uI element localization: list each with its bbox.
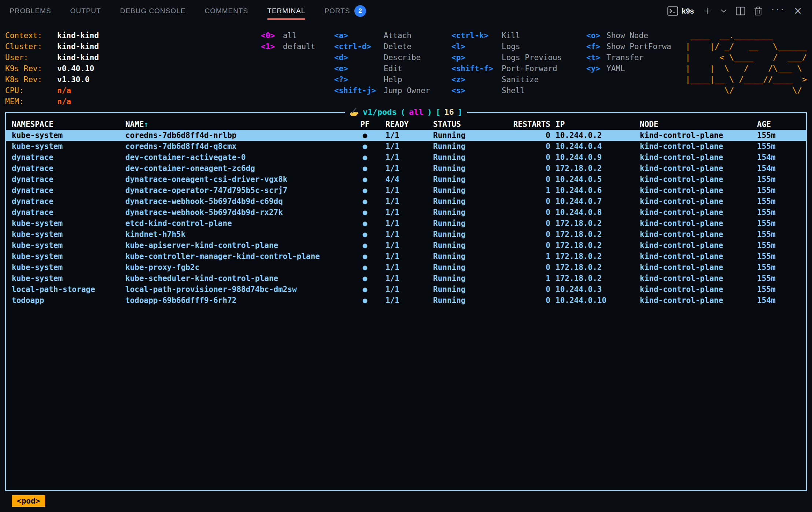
pod-cell-restarts[interactable]: 0: [501, 174, 556, 185]
pod-cell-ready[interactable]: 4/4: [376, 174, 424, 185]
pod-cell-restarts[interactable]: 0: [501, 240, 556, 251]
pod-cell-status[interactable]: Running: [424, 163, 501, 174]
pod-cell-ready[interactable]: 1/1: [376, 273, 424, 284]
pod-cell-namespace[interactable]: kube-system: [6, 251, 119, 262]
pod-cell-age[interactable]: 155m: [757, 240, 806, 251]
pod-cell-age[interactable]: 154m: [757, 163, 806, 174]
launch-profile-chevron-icon[interactable]: [720, 9, 727, 13]
pod-cell-namespace[interactable]: dynatrace: [6, 152, 119, 163]
pod-cell-pf[interactable]: ●: [354, 185, 376, 196]
pod-cell-status[interactable]: Running: [424, 262, 501, 273]
pod-cell-ip[interactable]: 10.244.0.8: [556, 207, 640, 218]
pod-cell-name[interactable]: dynatrace-operator-747d795b5c-scrj7: [119, 185, 354, 196]
tab-problems[interactable]: PROBLEMS: [10, 0, 51, 22]
pod-cell-namespace[interactable]: todoapp: [6, 295, 119, 306]
pod-cell-status[interactable]: Running: [424, 130, 501, 141]
pod-cell-pf[interactable]: ●: [354, 284, 376, 295]
pod-cell-age[interactable]: 155m: [757, 251, 806, 262]
pod-cell-namespace[interactable]: kube-system: [6, 218, 119, 229]
pod-cell-node[interactable]: kind-control-plane: [640, 141, 757, 152]
pod-cell-name[interactable]: local-path-provisioner-988d74bc-dm2sw: [119, 284, 354, 295]
pod-cell-node[interactable]: kind-control-plane: [640, 240, 757, 251]
pod-cell-ready[interactable]: 1/1: [376, 240, 424, 251]
pod-cell-status[interactable]: Running: [424, 207, 501, 218]
pod-cell-pf[interactable]: ●: [354, 163, 376, 174]
pod-cell-ip[interactable]: 172.18.0.2: [556, 229, 640, 240]
pod-cell-ready[interactable]: 1/1: [376, 262, 424, 273]
pod-cell-restarts[interactable]: 0: [501, 284, 556, 295]
pod-cell-pf[interactable]: ●: [354, 207, 376, 218]
pod-cell-ready[interactable]: 1/1: [376, 196, 424, 207]
pod-cell-ready[interactable]: 1/1: [376, 163, 424, 174]
pod-cell-ip[interactable]: 172.18.0.2: [556, 251, 640, 262]
more-actions-icon[interactable]: ···: [771, 7, 785, 15]
pod-cell-node[interactable]: kind-control-plane: [640, 262, 757, 273]
pod-cell-node[interactable]: kind-control-plane: [640, 152, 757, 163]
pod-cell-pf[interactable]: ●: [354, 141, 376, 152]
pod-cell-status[interactable]: Running: [424, 174, 501, 185]
pod-cell-age[interactable]: 155m: [757, 141, 806, 152]
pod-cell-pf[interactable]: ●: [354, 229, 376, 240]
pod-cell-age[interactable]: 154m: [757, 152, 806, 163]
pod-cell-status[interactable]: Running: [424, 229, 501, 240]
pod-cell-namespace[interactable]: local-path-storage: [6, 284, 119, 295]
pod-cell-pf[interactable]: ●: [354, 152, 376, 163]
pod-cell-namespace[interactable]: kube-system: [6, 141, 119, 152]
pod-cell-ip[interactable]: 10.244.0.9: [556, 152, 640, 163]
pod-cell-name[interactable]: kube-apiserver-kind-control-plane: [119, 240, 354, 251]
pod-cell-ip[interactable]: 10.244.0.7: [556, 196, 640, 207]
pod-cell-pf[interactable]: ●: [354, 196, 376, 207]
close-panel-icon[interactable]: ×: [794, 7, 802, 15]
pod-cell-node[interactable]: kind-control-plane: [640, 284, 757, 295]
pod-cell-namespace[interactable]: kube-system: [6, 240, 119, 251]
pod-cell-name[interactable]: todoapp-69b66dfff9-6rh72: [119, 295, 354, 306]
pod-cell-name[interactable]: dev-container-oneagent-zc6dg: [119, 163, 354, 174]
pod-cell-namespace[interactable]: dynatrace: [6, 185, 119, 196]
pod-cell-ip[interactable]: 172.18.0.2: [556, 240, 640, 251]
pod-cell-age[interactable]: 155m: [757, 262, 806, 273]
pod-cell-pf[interactable]: ●: [354, 295, 376, 306]
tab-ports[interactable]: PORTS2: [324, 0, 366, 22]
pod-cell-node[interactable]: kind-control-plane: [640, 163, 757, 174]
pod-cell-namespace[interactable]: dynatrace: [6, 207, 119, 218]
pod-cell-name[interactable]: kube-controller-manager-kind-control-pla…: [119, 251, 354, 262]
pod-cell-restarts[interactable]: 0: [501, 196, 556, 207]
pod-cell-name[interactable]: kube-proxy-fgb2c: [119, 262, 354, 273]
pod-cell-name[interactable]: dynatrace-webhook-5b697d4b9d-c69dq: [119, 196, 354, 207]
pod-cell-namespace[interactable]: dynatrace: [6, 174, 119, 185]
pod-cell-ready[interactable]: 1/1: [376, 141, 424, 152]
pod-cell-name[interactable]: coredns-7db6d8ff4d-nrlbp: [119, 130, 354, 141]
pod-cell-pf[interactable]: ●: [354, 273, 376, 284]
pod-cell-age[interactable]: 155m: [757, 284, 806, 295]
pod-cell-node[interactable]: kind-control-plane: [640, 174, 757, 185]
pod-cell-pf[interactable]: ●: [354, 262, 376, 273]
pod-cell-restarts[interactable]: 1: [501, 251, 556, 262]
pod-cell-name[interactable]: kindnet-h7h5k: [119, 229, 354, 240]
tab-debug-console[interactable]: DEBUG CONSOLE: [120, 0, 186, 22]
pod-cell-ready[interactable]: 1/1: [376, 218, 424, 229]
pod-cell-ready[interactable]: 1/1: [376, 284, 424, 295]
split-terminal-icon[interactable]: [736, 7, 745, 15]
pod-cell-namespace[interactable]: kube-system: [6, 229, 119, 240]
pod-cell-age[interactable]: 155m: [757, 273, 806, 284]
pod-cell-status[interactable]: Running: [424, 196, 501, 207]
pod-cell-ip[interactable]: 10.244.0.6: [556, 185, 640, 196]
pod-cell-ip[interactable]: 10.244.0.5: [556, 174, 640, 185]
pod-cell-node[interactable]: kind-control-plane: [640, 251, 757, 262]
pod-cell-name[interactable]: coredns-7db6d8ff4d-q8cmx: [119, 141, 354, 152]
pod-cell-node[interactable]: kind-control-plane: [640, 295, 757, 306]
pod-cell-name[interactable]: dev-container-activegate-0: [119, 152, 354, 163]
pod-cell-status[interactable]: Running: [424, 218, 501, 229]
pod-cell-restarts[interactable]: 0: [501, 207, 556, 218]
pod-cell-namespace[interactable]: dynatrace: [6, 163, 119, 174]
pod-cell-restarts[interactable]: 0: [501, 262, 556, 273]
pod-cell-ip[interactable]: 172.18.0.2: [556, 218, 640, 229]
pod-cell-restarts[interactable]: 0: [501, 229, 556, 240]
pod-cell-age[interactable]: 155m: [757, 207, 806, 218]
pod-cell-restarts[interactable]: 1: [501, 273, 556, 284]
pod-cell-pf[interactable]: ●: [354, 240, 376, 251]
pod-cell-status[interactable]: Running: [424, 295, 501, 306]
pod-cell-ready[interactable]: 1/1: [376, 207, 424, 218]
pod-cell-ready[interactable]: 1/1: [376, 295, 424, 306]
pod-cell-ready[interactable]: 1/1: [376, 185, 424, 196]
